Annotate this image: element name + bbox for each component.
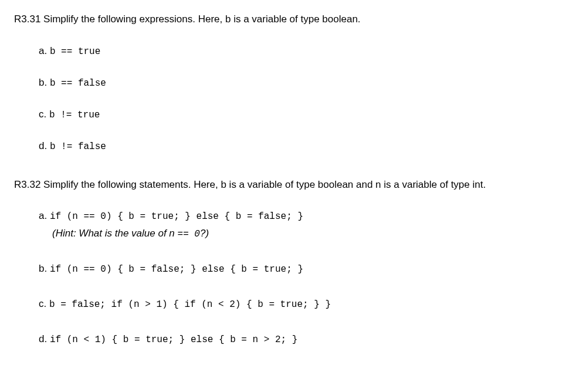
sub-item-b: b. b == false: [39, 75, 572, 90]
question-prompt: R3.32 Simplify the following statements.…: [14, 177, 572, 192]
question-r3-32: R3.32 Simplify the following statements.…: [14, 177, 572, 347]
item-label: b.: [39, 77, 50, 88]
item-label: a.: [39, 45, 50, 56]
hint-code: == 0: [178, 229, 200, 239]
item-code: b = false; if (n > 1) { if (n < 2) { b =…: [49, 299, 331, 310]
sub-items: a. b == true b. b == false c. b != true …: [39, 43, 572, 154]
sub-item-a: a. if (n == 0) { b = true; } else { b = …: [39, 208, 572, 241]
item-label: c.: [39, 298, 49, 309]
hint-pre: (Hint: What is the value of n: [52, 228, 178, 239]
sub-item-b: b. if (n == 0) { b = false; } else { b =…: [39, 261, 572, 276]
item-code: b != false: [50, 141, 106, 152]
question-r3-31: R3.31 Simplify the following expressions…: [14, 12, 572, 154]
hint-post: ?): [200, 228, 209, 239]
item-code: if (n == 0) { b = false; } else { b = tr…: [50, 264, 303, 275]
sub-items: a. if (n == 0) { b = true; } else { b = …: [39, 208, 572, 347]
item-label: c.: [39, 109, 49, 120]
item-label: a.: [39, 210, 50, 221]
sub-item-d: d. b != false: [39, 138, 572, 154]
sub-item-c: c. b != true: [39, 107, 572, 122]
item-label: d.: [39, 333, 50, 344]
item-label: b.: [39, 263, 50, 274]
item-hint: (Hint: What is the value of n == 0?): [52, 226, 572, 241]
sub-item-c: c. b = false; if (n > 1) { if (n < 2) { …: [39, 296, 572, 312]
sub-item-a: a. b == true: [39, 43, 572, 59]
item-code: b == false: [50, 78, 106, 89]
item-label: d.: [39, 140, 50, 151]
item-code: b != true: [49, 110, 100, 120]
item-code: b == true: [50, 46, 100, 57]
item-code: if (n == 0) { b = true; } else { b = fal…: [50, 211, 303, 222]
item-code: if (n < 1) { b = true; } else { b = n > …: [50, 334, 297, 345]
question-prompt: R3.31 Simplify the following expressions…: [14, 12, 572, 27]
sub-item-d: d. if (n < 1) { b = true; } else { b = n…: [39, 332, 572, 347]
